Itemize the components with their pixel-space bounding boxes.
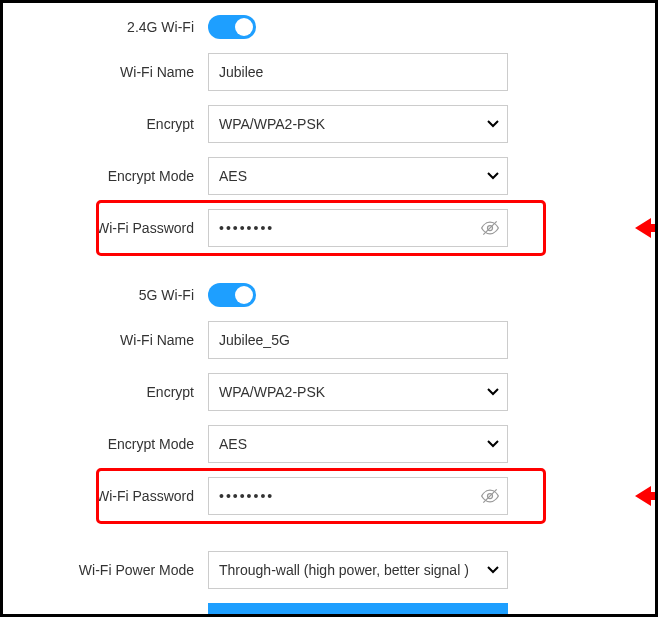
wifi-24-encrypt-select[interactable]: WPA/WPA2-PSK [208, 105, 508, 143]
wifi-5g-label: 5G Wi-Fi [13, 287, 208, 303]
wifi-5g-name-label: Wi-Fi Name [13, 332, 208, 348]
arrow-annotation-icon [515, 613, 565, 617]
wifi-5g-pw-label: Wi-Fi Password [13, 488, 208, 504]
wifi-24-label: 2.4G Wi-Fi [13, 19, 208, 35]
arrow-annotation-icon [635, 484, 658, 508]
svg-marker-5 [635, 486, 658, 506]
arrow-annotation-icon [635, 216, 658, 240]
wifi-5g-pw-input[interactable] [208, 477, 508, 515]
svg-marker-2 [635, 218, 658, 238]
wifi-24-pw-label: Wi-Fi Password [13, 220, 208, 236]
wifi-24-mode-select[interactable]: AES [208, 157, 508, 195]
power-mode-select[interactable]: Through-wall (high power, better signal … [208, 551, 508, 589]
wifi-24-name-input[interactable] [208, 53, 508, 91]
eye-hidden-icon[interactable] [480, 218, 500, 238]
apply-button[interactable]: Apply [208, 603, 508, 617]
wifi-24-toggle[interactable] [208, 15, 256, 39]
wifi-5g-mode-select[interactable]: AES [208, 425, 508, 463]
wifi-5g-encrypt-label: Encrypt [13, 384, 208, 400]
wifi-24-name-label: Wi-Fi Name [13, 64, 208, 80]
eye-hidden-icon[interactable] [480, 486, 500, 506]
wifi-5g-toggle[interactable] [208, 283, 256, 307]
wifi-5g-mode-label: Encrypt Mode [13, 436, 208, 452]
power-mode-label: Wi-Fi Power Mode [13, 562, 208, 578]
wifi-24-mode-label: Encrypt Mode [13, 168, 208, 184]
wifi-24-encrypt-label: Encrypt [13, 116, 208, 132]
wifi-5g-encrypt-select[interactable]: WPA/WPA2-PSK [208, 373, 508, 411]
wifi-24-pw-input[interactable] [208, 209, 508, 247]
wifi-5g-name-input[interactable] [208, 321, 508, 359]
